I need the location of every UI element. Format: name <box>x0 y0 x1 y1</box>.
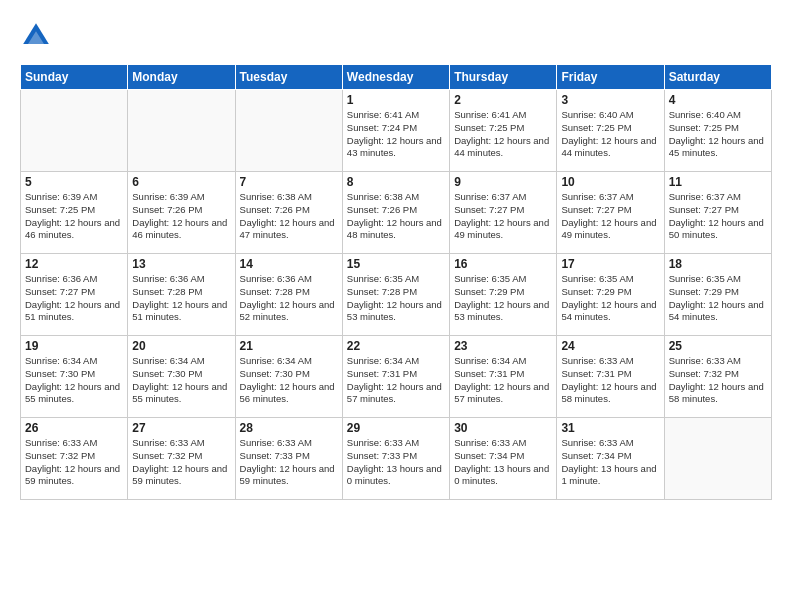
day-info: Sunrise: 6:40 AM Sunset: 7:25 PM Dayligh… <box>669 109 767 160</box>
day-number: 11 <box>669 175 767 189</box>
day-info: Sunrise: 6:33 AM Sunset: 7:33 PM Dayligh… <box>240 437 338 488</box>
day-number: 7 <box>240 175 338 189</box>
calendar-day-cell <box>235 90 342 172</box>
day-info: Sunrise: 6:33 AM Sunset: 7:32 PM Dayligh… <box>132 437 230 488</box>
day-number: 10 <box>561 175 659 189</box>
day-number: 23 <box>454 339 552 353</box>
day-info: Sunrise: 6:35 AM Sunset: 7:29 PM Dayligh… <box>561 273 659 324</box>
day-number: 28 <box>240 421 338 435</box>
day-info: Sunrise: 6:36 AM Sunset: 7:28 PM Dayligh… <box>240 273 338 324</box>
day-info: Sunrise: 6:34 AM Sunset: 7:31 PM Dayligh… <box>347 355 445 406</box>
day-number: 5 <box>25 175 123 189</box>
calendar-day-cell: 9Sunrise: 6:37 AM Sunset: 7:27 PM Daylig… <box>450 172 557 254</box>
day-info: Sunrise: 6:37 AM Sunset: 7:27 PM Dayligh… <box>561 191 659 242</box>
day-info: Sunrise: 6:33 AM Sunset: 7:33 PM Dayligh… <box>347 437 445 488</box>
calendar-day-cell: 15Sunrise: 6:35 AM Sunset: 7:28 PM Dayli… <box>342 254 449 336</box>
calendar-day-cell: 31Sunrise: 6:33 AM Sunset: 7:34 PM Dayli… <box>557 418 664 500</box>
day-number: 15 <box>347 257 445 271</box>
weekday-header: Wednesday <box>342 65 449 90</box>
day-info: Sunrise: 6:37 AM Sunset: 7:27 PM Dayligh… <box>669 191 767 242</box>
day-number: 3 <box>561 93 659 107</box>
day-info: Sunrise: 6:38 AM Sunset: 7:26 PM Dayligh… <box>347 191 445 242</box>
calendar-day-cell <box>128 90 235 172</box>
day-info: Sunrise: 6:39 AM Sunset: 7:26 PM Dayligh… <box>132 191 230 242</box>
calendar-day-cell: 26Sunrise: 6:33 AM Sunset: 7:32 PM Dayli… <box>21 418 128 500</box>
calendar-day-cell: 7Sunrise: 6:38 AM Sunset: 7:26 PM Daylig… <box>235 172 342 254</box>
calendar-day-cell: 24Sunrise: 6:33 AM Sunset: 7:31 PM Dayli… <box>557 336 664 418</box>
day-info: Sunrise: 6:35 AM Sunset: 7:29 PM Dayligh… <box>669 273 767 324</box>
day-info: Sunrise: 6:41 AM Sunset: 7:25 PM Dayligh… <box>454 109 552 160</box>
day-info: Sunrise: 6:41 AM Sunset: 7:24 PM Dayligh… <box>347 109 445 160</box>
day-number: 20 <box>132 339 230 353</box>
calendar-week-row: 26Sunrise: 6:33 AM Sunset: 7:32 PM Dayli… <box>21 418 772 500</box>
day-info: Sunrise: 6:37 AM Sunset: 7:27 PM Dayligh… <box>454 191 552 242</box>
day-info: Sunrise: 6:38 AM Sunset: 7:26 PM Dayligh… <box>240 191 338 242</box>
calendar-day-cell: 25Sunrise: 6:33 AM Sunset: 7:32 PM Dayli… <box>664 336 771 418</box>
calendar-day-cell: 8Sunrise: 6:38 AM Sunset: 7:26 PM Daylig… <box>342 172 449 254</box>
header <box>20 20 772 52</box>
day-number: 17 <box>561 257 659 271</box>
calendar-table: SundayMondayTuesdayWednesdayThursdayFrid… <box>20 64 772 500</box>
calendar-day-cell <box>21 90 128 172</box>
day-number: 31 <box>561 421 659 435</box>
calendar-day-cell: 13Sunrise: 6:36 AM Sunset: 7:28 PM Dayli… <box>128 254 235 336</box>
day-info: Sunrise: 6:39 AM Sunset: 7:25 PM Dayligh… <box>25 191 123 242</box>
day-info: Sunrise: 6:36 AM Sunset: 7:28 PM Dayligh… <box>132 273 230 324</box>
calendar-day-cell: 18Sunrise: 6:35 AM Sunset: 7:29 PM Dayli… <box>664 254 771 336</box>
day-number: 18 <box>669 257 767 271</box>
day-number: 9 <box>454 175 552 189</box>
day-number: 14 <box>240 257 338 271</box>
weekday-header: Sunday <box>21 65 128 90</box>
calendar-day-cell: 23Sunrise: 6:34 AM Sunset: 7:31 PM Dayli… <box>450 336 557 418</box>
weekday-header: Saturday <box>664 65 771 90</box>
day-number: 8 <box>347 175 445 189</box>
day-number: 21 <box>240 339 338 353</box>
calendar-day-cell: 21Sunrise: 6:34 AM Sunset: 7:30 PM Dayli… <box>235 336 342 418</box>
day-number: 27 <box>132 421 230 435</box>
calendar-week-row: 5Sunrise: 6:39 AM Sunset: 7:25 PM Daylig… <box>21 172 772 254</box>
day-number: 30 <box>454 421 552 435</box>
calendar-header-row: SundayMondayTuesdayWednesdayThursdayFrid… <box>21 65 772 90</box>
calendar-day-cell: 3Sunrise: 6:40 AM Sunset: 7:25 PM Daylig… <box>557 90 664 172</box>
day-info: Sunrise: 6:33 AM Sunset: 7:34 PM Dayligh… <box>561 437 659 488</box>
day-info: Sunrise: 6:35 AM Sunset: 7:28 PM Dayligh… <box>347 273 445 324</box>
calendar-day-cell: 20Sunrise: 6:34 AM Sunset: 7:30 PM Dayli… <box>128 336 235 418</box>
calendar-day-cell: 11Sunrise: 6:37 AM Sunset: 7:27 PM Dayli… <box>664 172 771 254</box>
day-info: Sunrise: 6:40 AM Sunset: 7:25 PM Dayligh… <box>561 109 659 160</box>
calendar-day-cell: 29Sunrise: 6:33 AM Sunset: 7:33 PM Dayli… <box>342 418 449 500</box>
calendar-day-cell: 14Sunrise: 6:36 AM Sunset: 7:28 PM Dayli… <box>235 254 342 336</box>
calendar-day-cell: 5Sunrise: 6:39 AM Sunset: 7:25 PM Daylig… <box>21 172 128 254</box>
weekday-header: Tuesday <box>235 65 342 90</box>
day-info: Sunrise: 6:34 AM Sunset: 7:31 PM Dayligh… <box>454 355 552 406</box>
calendar-day-cell: 12Sunrise: 6:36 AM Sunset: 7:27 PM Dayli… <box>21 254 128 336</box>
day-info: Sunrise: 6:33 AM Sunset: 7:32 PM Dayligh… <box>669 355 767 406</box>
weekday-header: Monday <box>128 65 235 90</box>
day-number: 16 <box>454 257 552 271</box>
calendar-day-cell: 22Sunrise: 6:34 AM Sunset: 7:31 PM Dayli… <box>342 336 449 418</box>
weekday-header: Friday <box>557 65 664 90</box>
day-info: Sunrise: 6:36 AM Sunset: 7:27 PM Dayligh… <box>25 273 123 324</box>
logo-icon <box>20 20 52 52</box>
day-info: Sunrise: 6:34 AM Sunset: 7:30 PM Dayligh… <box>25 355 123 406</box>
calendar-week-row: 1Sunrise: 6:41 AM Sunset: 7:24 PM Daylig… <box>21 90 772 172</box>
day-number: 6 <box>132 175 230 189</box>
day-number: 4 <box>669 93 767 107</box>
logo <box>20 20 56 52</box>
calendar-day-cell: 28Sunrise: 6:33 AM Sunset: 7:33 PM Dayli… <box>235 418 342 500</box>
day-number: 12 <box>25 257 123 271</box>
calendar-day-cell: 17Sunrise: 6:35 AM Sunset: 7:29 PM Dayli… <box>557 254 664 336</box>
day-number: 2 <box>454 93 552 107</box>
day-number: 1 <box>347 93 445 107</box>
day-number: 22 <box>347 339 445 353</box>
page: SundayMondayTuesdayWednesdayThursdayFrid… <box>0 0 792 510</box>
day-info: Sunrise: 6:33 AM Sunset: 7:31 PM Dayligh… <box>561 355 659 406</box>
calendar-day-cell: 27Sunrise: 6:33 AM Sunset: 7:32 PM Dayli… <box>128 418 235 500</box>
day-info: Sunrise: 6:34 AM Sunset: 7:30 PM Dayligh… <box>132 355 230 406</box>
calendar-day-cell: 10Sunrise: 6:37 AM Sunset: 7:27 PM Dayli… <box>557 172 664 254</box>
day-info: Sunrise: 6:33 AM Sunset: 7:32 PM Dayligh… <box>25 437 123 488</box>
day-number: 29 <box>347 421 445 435</box>
calendar-day-cell: 2Sunrise: 6:41 AM Sunset: 7:25 PM Daylig… <box>450 90 557 172</box>
calendar-day-cell: 6Sunrise: 6:39 AM Sunset: 7:26 PM Daylig… <box>128 172 235 254</box>
weekday-header: Thursday <box>450 65 557 90</box>
day-number: 13 <box>132 257 230 271</box>
